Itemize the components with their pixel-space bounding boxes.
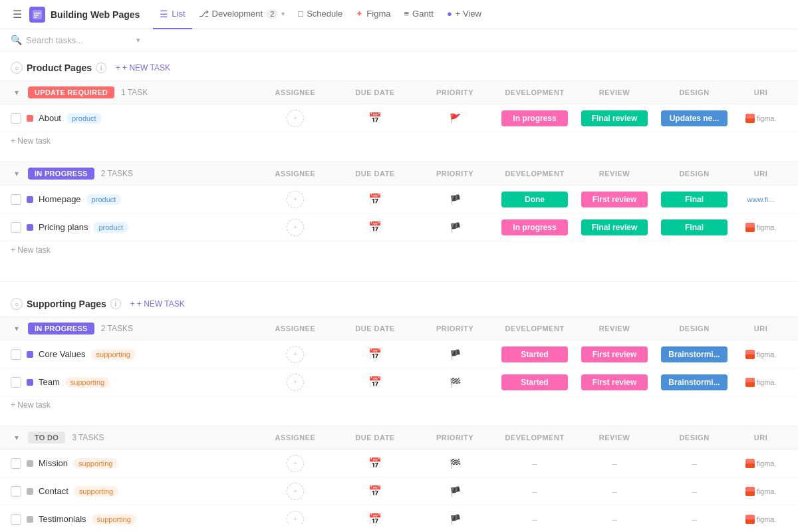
tab-schedule[interactable]: □ Schedule <box>291 0 349 29</box>
task-checkbox[interactable] <box>11 486 21 497</box>
cell-priority[interactable]: 🚩 <box>415 113 495 124</box>
task-checkbox[interactable] <box>11 222 21 233</box>
cell-review[interactable]: First review <box>575 346 654 362</box>
cell-assignee: + <box>255 511 335 525</box>
cell-priority[interactable]: 🏁 <box>415 458 495 469</box>
cell-duedate[interactable]: 📅 <box>335 112 415 124</box>
task-tag[interactable]: supporting <box>91 349 136 360</box>
task-tag[interactable]: supporting <box>74 486 118 497</box>
cell-duedate[interactable]: 📅 <box>335 485 415 497</box>
cell-development[interactable]: Started <box>495 374 575 390</box>
task-tag[interactable]: supporting <box>73 458 118 469</box>
task-checkbox[interactable] <box>11 349 21 360</box>
task-checkbox[interactable] <box>11 377 21 388</box>
cell-duedate[interactable]: 📅 <box>335 376 415 388</box>
cell-priority[interactable]: 🏴 <box>415 222 495 233</box>
chevron-down-icon[interactable]: ▾ <box>136 36 140 45</box>
cell-uri[interactable]: www.fi... <box>734 196 787 203</box>
group-collapse-button[interactable]: ▾ <box>11 323 23 334</box>
task-name[interactable]: Core Values <box>39 349 86 359</box>
cell-priority[interactable]: 🏴 <box>415 486 495 497</box>
cell-priority[interactable]: 🏁 <box>415 377 495 388</box>
cell-design[interactable]: Final <box>654 219 734 235</box>
assignee-avatar[interactable]: + <box>287 110 304 127</box>
cell-design[interactable]: Brainstormi... <box>654 374 734 390</box>
tab-view[interactable]: ● + View <box>440 0 488 29</box>
task-color-dot <box>27 351 33 358</box>
cell-duedate[interactable]: 📅 <box>335 348 415 360</box>
new-task-button-product[interactable]: + + NEW TASK <box>116 63 170 72</box>
cell-development[interactable]: Done <box>495 192 575 207</box>
new-task-button-supporting[interactable]: + + NEW TASK <box>130 299 185 309</box>
assignee-avatar[interactable]: + <box>287 346 304 363</box>
task-name[interactable]: Homepage <box>39 194 81 204</box>
col-design: DESIGN <box>654 170 734 178</box>
cell-review[interactable]: First review <box>575 374 654 390</box>
cell-priority[interactable]: 🏴 <box>415 349 495 360</box>
task-tag[interactable]: supporting <box>92 514 136 525</box>
cell-uri[interactable]: figma. <box>734 459 787 468</box>
cell-duedate[interactable]: 📅 <box>335 513 415 525</box>
col-review: REVIEW <box>575 325 654 332</box>
cell-uri[interactable]: figma. <box>734 487 787 496</box>
task-name[interactable]: Contact <box>39 486 68 496</box>
cell-design[interactable]: Final <box>654 192 734 207</box>
cell-design[interactable]: Brainstormi... <box>654 346 734 362</box>
cell-review[interactable]: Final review <box>575 110 654 126</box>
cell-review[interactable]: Final review <box>575 219 654 235</box>
task-name[interactable]: Pricing plans <box>39 222 88 232</box>
chevron-down-icon[interactable]: ▾ <box>281 10 285 17</box>
assignee-avatar[interactable]: + <box>287 455 304 472</box>
task-checkbox[interactable] <box>11 113 21 124</box>
add-task-link[interactable]: + New task <box>11 136 51 146</box>
cell-uri[interactable]: figma. <box>734 515 787 524</box>
add-task-link[interactable]: + New task <box>11 245 51 255</box>
tab-gantt[interactable]: ≡ Gantt <box>397 0 440 29</box>
assignee-avatar[interactable]: + <box>287 483 304 500</box>
tab-development[interactable]: ⎇ Development 2 ▾ <box>192 0 292 29</box>
cell-review[interactable]: First review <box>575 192 654 207</box>
cell-design[interactable]: Updates ne... <box>654 110 734 126</box>
cell-priority[interactable]: 🏴 <box>415 194 495 205</box>
group-collapse-button[interactable]: ▾ <box>11 86 23 98</box>
cell-duedate[interactable]: 📅 <box>335 193 415 205</box>
cell-development[interactable]: Started <box>495 346 575 362</box>
add-task-link[interactable]: + New task <box>11 400 51 410</box>
cell-development[interactable]: In progress <box>495 219 575 235</box>
cell-priority[interactable]: 🏴 <box>415 514 495 525</box>
cell-uri[interactable]: figma. <box>734 378 787 387</box>
assignee-avatar[interactable]: + <box>287 191 304 208</box>
task-name[interactable]: About <box>39 113 61 123</box>
section-info-icon[interactable]: i <box>96 63 106 73</box>
cell-duedate[interactable]: 📅 <box>335 457 415 469</box>
design-badge: Updates ne... <box>661 110 728 126</box>
task-tag[interactable]: product <box>93 222 128 233</box>
section-collapse-button[interactable]: ○ <box>11 62 23 74</box>
group-collapse-button[interactable]: ▾ <box>11 168 23 180</box>
hamburger-button[interactable]: ☰ <box>8 5 27 24</box>
task-checkbox[interactable] <box>11 194 21 205</box>
tab-list-label[interactable]: List <box>172 9 185 19</box>
task-name[interactable]: Mission <box>39 458 68 468</box>
task-tag[interactable]: supporting <box>65 377 110 388</box>
task-tag[interactable]: product <box>66 113 102 124</box>
cell-duedate[interactable]: 📅 <box>335 221 415 233</box>
section-collapse-button[interactable]: ○ <box>11 298 23 310</box>
group-collapse-button[interactable]: ▾ <box>11 432 23 444</box>
assignee-avatar[interactable]: + <box>287 511 304 525</box>
task-name[interactable]: Testimonials <box>39 514 86 524</box>
cell-uri[interactable]: figma. <box>734 350 787 359</box>
tab-figma[interactable]: ✦ Figma <box>349 0 397 29</box>
assignee-avatar[interactable]: + <box>287 219 304 236</box>
assignee-avatar[interactable]: + <box>287 374 304 391</box>
cell-uri[interactable]: figma. <box>734 114 787 123</box>
task-checkbox[interactable] <box>11 514 21 525</box>
task-tag[interactable]: product <box>86 194 122 205</box>
calendar-icon: 📅 <box>368 193 382 205</box>
section-info-icon[interactable]: i <box>110 299 121 309</box>
cell-uri[interactable]: figma. <box>734 223 787 232</box>
task-checkbox[interactable] <box>11 458 21 469</box>
task-name[interactable]: Team <box>39 377 60 387</box>
search-input[interactable] <box>26 35 132 45</box>
cell-development[interactable]: In progress <box>495 110 575 126</box>
